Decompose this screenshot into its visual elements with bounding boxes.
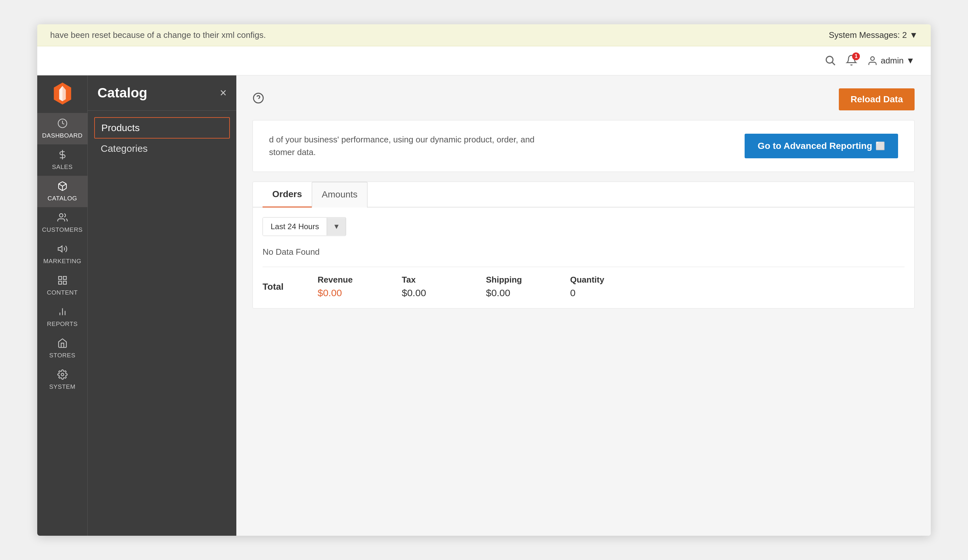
- dashboard-icon: [57, 118, 68, 130]
- total-tax-col: Tax $0.00: [402, 275, 473, 298]
- help-icon-button[interactable]: [252, 92, 264, 106]
- catalog-item-products[interactable]: Products: [94, 117, 230, 139]
- admin-label: admin: [880, 56, 903, 66]
- system-messages-dropdown-icon: ▼: [909, 30, 918, 40]
- sidebar-item-label-customers: CUSTOMERS: [42, 226, 83, 234]
- sidebar-item-label-system: SYSTEM: [49, 383, 75, 390]
- total-quantity-col: Quantity 0: [570, 275, 641, 298]
- dashboard-title-row: [252, 92, 264, 106]
- reporting-description-text: d of your business' performance, using o…: [269, 133, 560, 159]
- sidebar-item-content[interactable]: CONTENT: [37, 270, 88, 302]
- total-revenue-col: Revenue $0.00: [318, 275, 389, 298]
- quantity-value: 0: [570, 287, 641, 298]
- total-label: Total: [263, 282, 305, 292]
- sidebar-item-sales[interactable]: SALES: [37, 144, 88, 176]
- reload-data-button[interactable]: Reload Data: [839, 88, 915, 110]
- sidebar-item-label-dashboard: DASHBOARD: [42, 132, 83, 139]
- sidebar-item-label-sales: SALES: [52, 164, 73, 171]
- svg-rect-11: [59, 277, 61, 279]
- sidebar-item-label-stores: STORES: [49, 352, 75, 359]
- svg-point-9: [59, 214, 63, 217]
- marketing-icon: [57, 244, 68, 256]
- browser-window: have been reset because of a change to t…: [37, 24, 931, 536]
- external-link-icon: ⬜: [875, 141, 885, 151]
- svg-point-0: [826, 56, 833, 63]
- admin-menu-button[interactable]: admin ▼: [867, 55, 915, 66]
- sidebar-item-label-marketing: MARKETING: [43, 258, 81, 265]
- revenue-label: Revenue: [318, 275, 389, 285]
- catalog-panel: Catalog × Products Categories: [88, 75, 236, 536]
- sidebar-item-reports[interactable]: REPORTS: [37, 302, 88, 333]
- sidebar-item-label-reports: REPORTS: [47, 320, 78, 328]
- system-icon: [57, 369, 68, 381]
- period-selector[interactable]: Last 24 Hours ▼: [263, 217, 346, 236]
- system-messages-button[interactable]: System Messages: 2 ▼: [829, 30, 918, 40]
- magento-logo[interactable]: [51, 82, 74, 106]
- tax-value: $0.00: [402, 287, 473, 298]
- content-icon: [57, 275, 68, 287]
- customers-icon: [57, 212, 68, 224]
- svg-rect-13: [63, 281, 66, 284]
- header-actions: 1 admin ▼: [824, 55, 915, 67]
- shipping-label: Shipping: [486, 275, 557, 285]
- quantity-label: Quantity: [570, 275, 641, 285]
- tab-orders[interactable]: Orders: [263, 182, 312, 207]
- search-button[interactable]: [824, 55, 836, 67]
- period-label: Last 24 Hours: [263, 217, 327, 236]
- stores-icon: [57, 338, 68, 350]
- catalog-icon: [57, 181, 68, 193]
- svg-rect-12: [63, 277, 66, 279]
- svg-point-18: [61, 373, 64, 376]
- sales-icon: [57, 149, 68, 162]
- filter-row: Last 24 Hours ▼: [263, 217, 905, 236]
- tab-amounts[interactable]: Amounts: [312, 182, 368, 207]
- revenue-value: $0.00: [318, 287, 389, 298]
- content-area: Reload Data d of your business' performa…: [236, 75, 931, 536]
- svg-line-1: [832, 62, 835, 65]
- sidebar-item-marketing[interactable]: MARKETING: [37, 239, 88, 270]
- admin-dropdown-icon: ▼: [906, 56, 915, 66]
- period-dropdown-icon[interactable]: ▼: [327, 218, 346, 235]
- totals-row: Total Revenue $0.00 Tax $0.00 Shipping: [263, 267, 905, 298]
- system-banner: have been reset because of a change to t…: [37, 24, 931, 46]
- notification-button[interactable]: 1: [845, 55, 857, 67]
- orders-section: Orders Amounts Last 24 Hours ▼: [252, 182, 915, 308]
- sidebar-item-label-catalog: CATALOG: [48, 195, 77, 202]
- notification-badge: 1: [852, 53, 860, 60]
- page-content: Reload Data d of your business' performa…: [236, 75, 931, 321]
- sidebar-item-label-content: CONTENT: [47, 289, 78, 296]
- system-banner-text: have been reset because of a change to t…: [50, 30, 266, 40]
- shipping-value: $0.00: [486, 287, 557, 298]
- sidebar-item-system[interactable]: SYSTEM: [37, 364, 88, 396]
- sidebar-item-dashboard[interactable]: DASHBOARD: [37, 113, 88, 144]
- main-layout: DASHBOARD SALES: [37, 75, 931, 536]
- dashboard-header: Reload Data: [252, 88, 915, 110]
- svg-marker-10: [58, 246, 62, 252]
- catalog-close-button[interactable]: ×: [220, 86, 227, 100]
- advanced-reporting-section: d of your business' performance, using o…: [252, 120, 915, 172]
- tax-label: Tax: [402, 275, 473, 285]
- sidebar-navigation: DASHBOARD SALES: [37, 113, 88, 396]
- no-data-message: No Data Found: [263, 244, 905, 263]
- top-header: 1 admin ▼: [37, 46, 931, 75]
- svg-point-2: [871, 56, 874, 60]
- orders-content: Last 24 Hours ▼ No Data Found Total Reve…: [253, 207, 914, 308]
- sidebar-item-customers[interactable]: CUSTOMERS: [37, 207, 88, 239]
- svg-rect-14: [59, 281, 61, 284]
- advanced-reporting-button[interactable]: Go to Advanced Reporting ⬜: [744, 134, 898, 158]
- orders-tabs: Orders Amounts: [253, 182, 914, 207]
- reports-icon: [57, 307, 68, 318]
- sidebar: DASHBOARD SALES: [37, 75, 88, 536]
- sidebar-item-stores[interactable]: STORES: [37, 333, 88, 364]
- catalog-menu: Products Categories: [88, 111, 236, 165]
- sidebar-item-catalog[interactable]: CATALOG: [37, 176, 88, 207]
- catalog-item-categories[interactable]: Categories: [94, 139, 230, 159]
- catalog-panel-title: Catalog: [98, 85, 147, 101]
- total-shipping-col: Shipping $0.00: [486, 275, 557, 298]
- catalog-header: Catalog ×: [88, 85, 236, 111]
